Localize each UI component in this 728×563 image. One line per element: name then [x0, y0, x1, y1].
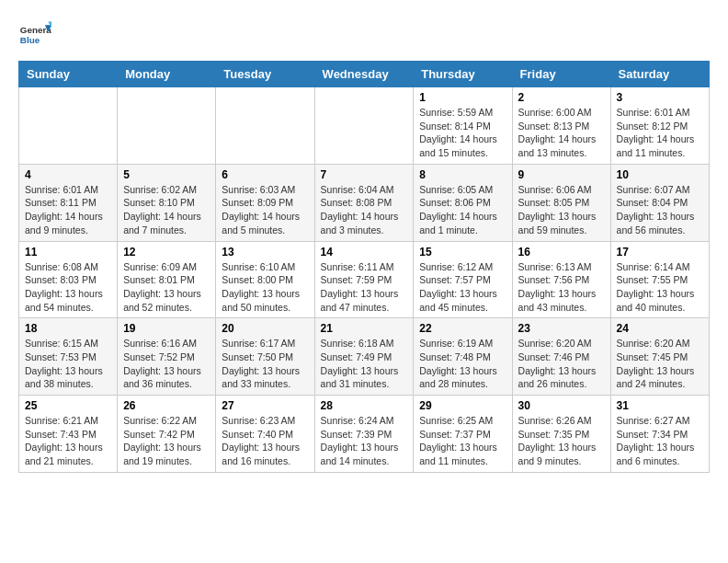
day-number: 24: [617, 322, 703, 335]
day-number: 28: [321, 399, 408, 412]
calendar-cell: 26Sunrise: 6:22 AM Sunset: 7:42 PM Dayli…: [118, 396, 216, 473]
day-number: 9: [518, 168, 605, 181]
day-number: 31: [617, 399, 703, 412]
calendar-cell: 23Sunrise: 6:20 AM Sunset: 7:46 PM Dayli…: [512, 318, 610, 396]
day-info: Sunrise: 6:27 AM Sunset: 7:34 PM Dayligh…: [617, 414, 703, 468]
calendar-cell: [216, 87, 314, 165]
day-info: Sunrise: 6:05 AM Sunset: 8:06 PM Dayligh…: [419, 183, 506, 237]
calendar-cell: 27Sunrise: 6:23 AM Sunset: 7:40 PM Dayli…: [216, 396, 314, 473]
calendar-cell: 8Sunrise: 6:05 AM Sunset: 8:06 PM Daylig…: [414, 164, 512, 241]
day-number: 1: [419, 91, 506, 104]
day-number: 16: [518, 246, 605, 259]
day-info: Sunrise: 6:22 AM Sunset: 7:42 PM Dayligh…: [123, 414, 210, 468]
day-number: 5: [123, 168, 210, 181]
day-header-sunday: Sunday: [19, 62, 118, 87]
day-number: 21: [321, 322, 408, 335]
day-info: Sunrise: 6:24 AM Sunset: 7:39 PM Dayligh…: [321, 414, 408, 468]
day-info: Sunrise: 6:16 AM Sunset: 7:52 PM Dayligh…: [123, 337, 210, 391]
calendar-cell: 16Sunrise: 6:13 AM Sunset: 7:56 PM Dayli…: [512, 241, 610, 318]
day-number: 25: [25, 399, 111, 412]
calendar-cell: 9Sunrise: 6:06 AM Sunset: 8:05 PM Daylig…: [512, 164, 610, 241]
day-info: Sunrise: 6:25 AM Sunset: 7:37 PM Dayligh…: [419, 414, 506, 468]
calendar-cell: 25Sunrise: 6:21 AM Sunset: 7:43 PM Dayli…: [19, 396, 118, 473]
day-number: 27: [222, 399, 308, 412]
days-header-row: SundayMondayTuesdayWednesdayThursdayFrid…: [19, 62, 710, 87]
day-info: Sunrise: 6:00 AM Sunset: 8:13 PM Dayligh…: [518, 106, 605, 160]
calendar-cell: 29Sunrise: 6:25 AM Sunset: 7:37 PM Dayli…: [414, 396, 512, 473]
day-number: 4: [25, 168, 111, 181]
calendar-cell: 24Sunrise: 6:20 AM Sunset: 7:45 PM Dayli…: [610, 318, 709, 396]
day-number: 23: [518, 322, 605, 335]
calendar-cell: 7Sunrise: 6:04 AM Sunset: 8:08 PM Daylig…: [314, 164, 414, 241]
calendar-cell: 2Sunrise: 6:00 AM Sunset: 8:13 PM Daylig…: [512, 87, 610, 165]
day-info: Sunrise: 6:23 AM Sunset: 7:40 PM Dayligh…: [222, 414, 308, 468]
calendar-cell: 13Sunrise: 6:10 AM Sunset: 8:00 PM Dayli…: [216, 241, 314, 318]
calendar-cell: 17Sunrise: 6:14 AM Sunset: 7:55 PM Dayli…: [610, 241, 709, 318]
calendar-cell: [314, 87, 414, 165]
day-info: Sunrise: 6:20 AM Sunset: 7:46 PM Dayligh…: [518, 337, 605, 391]
day-number: 18: [25, 322, 111, 335]
day-number: 3: [617, 91, 703, 104]
calendar-cell: 30Sunrise: 6:26 AM Sunset: 7:35 PM Dayli…: [512, 396, 610, 473]
header: General Blue: [18, 18, 710, 52]
calendar-cell: 20Sunrise: 6:17 AM Sunset: 7:50 PM Dayli…: [216, 318, 314, 396]
day-number: 2: [518, 91, 605, 104]
calendar-cell: 6Sunrise: 6:03 AM Sunset: 8:09 PM Daylig…: [216, 164, 314, 241]
day-info: Sunrise: 6:13 AM Sunset: 7:56 PM Dayligh…: [518, 260, 605, 315]
calendar-week-1: 1Sunrise: 5:59 AM Sunset: 8:14 PM Daylig…: [19, 87, 710, 165]
calendar-cell: 22Sunrise: 6:19 AM Sunset: 7:48 PM Dayli…: [414, 318, 512, 396]
day-number: 12: [123, 246, 210, 259]
day-info: Sunrise: 6:11 AM Sunset: 7:59 PM Dayligh…: [321, 260, 408, 315]
calendar-cell: 1Sunrise: 5:59 AM Sunset: 8:14 PM Daylig…: [414, 87, 512, 165]
day-number: 19: [123, 322, 210, 335]
day-header-saturday: Saturday: [610, 62, 709, 87]
day-number: 20: [222, 322, 308, 335]
day-info: Sunrise: 6:10 AM Sunset: 8:00 PM Dayligh…: [222, 260, 308, 315]
calendar-cell: 18Sunrise: 6:15 AM Sunset: 7:53 PM Dayli…: [19, 318, 118, 396]
calendar-table: SundayMondayTuesdayWednesdayThursdayFrid…: [18, 61, 710, 473]
day-header-monday: Monday: [118, 62, 216, 87]
day-number: 29: [419, 399, 506, 412]
calendar-week-3: 11Sunrise: 6:08 AM Sunset: 8:03 PM Dayli…: [19, 241, 710, 318]
calendar-cell: 28Sunrise: 6:24 AM Sunset: 7:39 PM Dayli…: [314, 396, 414, 473]
day-info: Sunrise: 6:03 AM Sunset: 8:09 PM Dayligh…: [222, 183, 308, 237]
day-number: 26: [123, 399, 210, 412]
day-info: Sunrise: 6:17 AM Sunset: 7:50 PM Dayligh…: [222, 337, 308, 391]
day-info: Sunrise: 6:02 AM Sunset: 8:10 PM Dayligh…: [123, 183, 210, 237]
calendar-week-2: 4Sunrise: 6:01 AM Sunset: 8:11 PM Daylig…: [19, 164, 710, 241]
day-header-tuesday: Tuesday: [216, 62, 314, 87]
calendar-cell: [19, 87, 118, 165]
calendar-cell: 14Sunrise: 6:11 AM Sunset: 7:59 PM Dayli…: [314, 241, 414, 318]
calendar-cell: 31Sunrise: 6:27 AM Sunset: 7:34 PM Dayli…: [610, 396, 709, 473]
day-info: Sunrise: 6:04 AM Sunset: 8:08 PM Dayligh…: [321, 183, 408, 237]
day-info: Sunrise: 6:20 AM Sunset: 7:45 PM Dayligh…: [617, 337, 703, 391]
day-number: 22: [419, 322, 506, 335]
calendar-cell: 19Sunrise: 6:16 AM Sunset: 7:52 PM Dayli…: [118, 318, 216, 396]
calendar-week-5: 25Sunrise: 6:21 AM Sunset: 7:43 PM Dayli…: [19, 396, 710, 473]
logo: General Blue: [18, 18, 51, 52]
day-header-thursday: Thursday: [414, 62, 512, 87]
svg-text:Blue: Blue: [20, 35, 40, 45]
day-info: Sunrise: 6:15 AM Sunset: 7:53 PM Dayligh…: [25, 337, 111, 391]
calendar-cell: 10Sunrise: 6:07 AM Sunset: 8:04 PM Dayli…: [610, 164, 709, 241]
day-info: Sunrise: 5:59 AM Sunset: 8:14 PM Dayligh…: [419, 106, 506, 160]
day-number: 7: [321, 168, 408, 181]
day-info: Sunrise: 6:21 AM Sunset: 7:43 PM Dayligh…: [25, 414, 111, 468]
day-info: Sunrise: 6:19 AM Sunset: 7:48 PM Dayligh…: [419, 337, 506, 391]
day-number: 14: [321, 246, 408, 259]
calendar-cell: [118, 87, 216, 165]
calendar-cell: 3Sunrise: 6:01 AM Sunset: 8:12 PM Daylig…: [610, 87, 709, 165]
day-number: 11: [25, 246, 111, 259]
day-number: 10: [617, 168, 703, 181]
day-number: 15: [419, 246, 506, 259]
day-info: Sunrise: 6:18 AM Sunset: 7:49 PM Dayligh…: [321, 337, 408, 391]
calendar-cell: 4Sunrise: 6:01 AM Sunset: 8:11 PM Daylig…: [19, 164, 118, 241]
day-info: Sunrise: 6:12 AM Sunset: 7:57 PM Dayligh…: [419, 260, 506, 315]
day-number: 17: [617, 246, 703, 259]
calendar-cell: 11Sunrise: 6:08 AM Sunset: 8:03 PM Dayli…: [19, 241, 118, 318]
day-number: 8: [419, 168, 506, 181]
calendar-cell: 21Sunrise: 6:18 AM Sunset: 7:49 PM Dayli…: [314, 318, 414, 396]
day-info: Sunrise: 6:08 AM Sunset: 8:03 PM Dayligh…: [25, 260, 111, 315]
calendar-cell: 12Sunrise: 6:09 AM Sunset: 8:01 PM Dayli…: [118, 241, 216, 318]
calendar-week-4: 18Sunrise: 6:15 AM Sunset: 7:53 PM Dayli…: [19, 318, 710, 396]
